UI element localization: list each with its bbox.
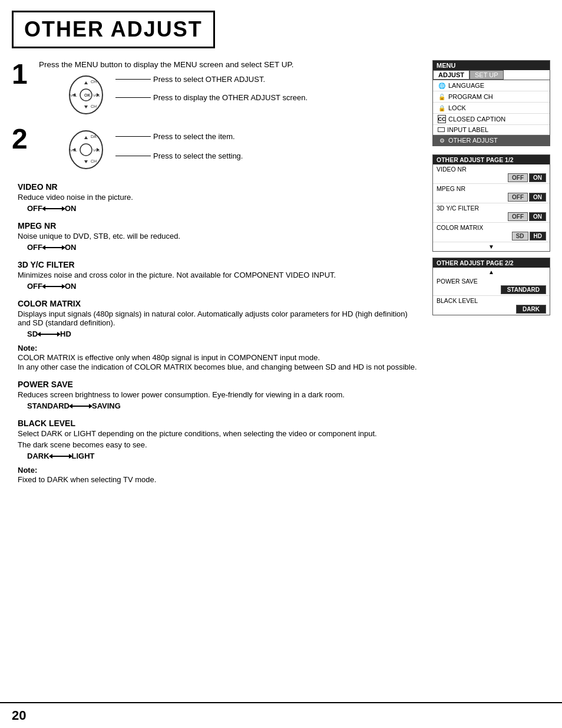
menu-item-language-label: LANGUAGE bbox=[448, 82, 484, 89]
menu-item-program-ch-label: PROGRAM CH bbox=[448, 93, 493, 100]
step-2-number: 2 bbox=[12, 125, 33, 153]
oa-mpeg-nr-btns: OFF ON bbox=[437, 193, 546, 202]
menu-item-lock-label: LOCK bbox=[448, 104, 466, 111]
color-matrix-note: Note: COLOR MATRIX is effective only whe… bbox=[18, 343, 421, 371]
power-save-arrow bbox=[72, 406, 90, 407]
power-save-desc: Reduces screen brightness to lower power… bbox=[18, 390, 421, 399]
svg-marker-18 bbox=[84, 160, 88, 163]
gear-icon: ⚙ bbox=[438, 136, 446, 144]
video-nr-arrow bbox=[45, 208, 62, 209]
oa-mpeg-nr-label: MPEG NR bbox=[437, 185, 546, 192]
connector-line-2 bbox=[115, 97, 151, 98]
page-footer: 20 bbox=[0, 702, 562, 728]
mpeg-nr-heading: MPEG NR bbox=[18, 221, 421, 230]
color-matrix-desc: Displays input signals (480p signals) in… bbox=[18, 309, 421, 327]
svg-text:OK: OK bbox=[84, 93, 91, 97]
svg-text:CH: CH bbox=[91, 159, 97, 163]
step-2-remote-area: DA VOL VOL CH bbox=[62, 127, 427, 172]
menu-item-closed-caption-label: CLOSED CAPTION bbox=[448, 116, 505, 123]
power-save-setting: STANDARD SAVING bbox=[27, 401, 421, 410]
oa-power-save-standard[interactable]: STANDARD bbox=[501, 285, 546, 294]
left-column: 1 Press the MENU button to display the M… bbox=[12, 60, 427, 484]
menu-item-lock: 🔒 LOCK bbox=[433, 103, 550, 114]
oa-video-nr-off[interactable]: OFF bbox=[508, 173, 528, 182]
menu-item-closed-caption: CC CLOSED CAPTION bbox=[433, 114, 550, 125]
svg-text:DA: DA bbox=[91, 134, 97, 139]
oa-row-mpeg-nr: MPEG NR OFF ON bbox=[433, 184, 550, 203]
3d-yc-filter-setting: OFF ON bbox=[27, 282, 421, 291]
black-level-note-label: Note: bbox=[18, 466, 37, 475]
rectangle-icon bbox=[438, 127, 445, 132]
oa-panel-1-arrow-down: ▼ bbox=[433, 242, 550, 251]
tab-setup[interactable]: SET UP bbox=[470, 70, 504, 80]
oa-black-level-btns: DARK bbox=[437, 305, 546, 314]
oa-color-matrix-sd[interactable]: SD bbox=[512, 232, 528, 241]
remote-graphic-2: DA VOL VOL CH bbox=[62, 127, 110, 172]
black-level-desc2: The dark scene becomes easy to see. bbox=[18, 440, 421, 449]
connector-line-4 bbox=[115, 156, 151, 156]
remote-graphic-1: CH OK VOL VOL CH bbox=[62, 73, 110, 117]
oa-row-video-nr: VIDEO NR OFF ON bbox=[433, 164, 550, 184]
step-1-label-1: Press to select OTHER ADJUST. bbox=[115, 75, 308, 84]
3d-yc-filter-heading: 3D Y/C FILTER bbox=[18, 260, 421, 269]
svg-text:CH: CH bbox=[91, 80, 97, 84]
oa-panel-2-arrow-up: ▲ bbox=[433, 268, 550, 276]
step-1-row: 1 Press the MENU button to display the M… bbox=[12, 60, 427, 119]
menu-item-other-adjust: ⚙ OTHER ADJUST bbox=[433, 135, 550, 146]
video-nr-heading: VIDEO NR bbox=[18, 182, 421, 192]
oa-3d-yc-off[interactable]: OFF bbox=[508, 212, 528, 221]
oa-row-power-save: POWER SAVE STANDARD bbox=[433, 276, 550, 296]
oa-3d-yc-btns: OFF ON bbox=[437, 212, 546, 221]
svg-text:CH: CH bbox=[91, 104, 97, 108]
video-nr-setting: OFF ON bbox=[27, 204, 421, 213]
oa-3d-yc-on[interactable]: ON bbox=[529, 212, 546, 221]
oa-mpeg-nr-off[interactable]: OFF bbox=[508, 193, 528, 202]
oa-video-nr-on[interactable]: ON bbox=[529, 173, 546, 182]
power-save-heading: POWER SAVE bbox=[18, 380, 421, 389]
color-matrix-setting: SD HD bbox=[27, 330, 421, 338]
oa-3d-yc-label: 3D Y/C FILTER bbox=[437, 205, 546, 212]
cc-icon: CC bbox=[438, 115, 446, 123]
menu-item-language: 🌐 LANGUAGE bbox=[433, 80, 550, 91]
svg-point-13 bbox=[80, 144, 92, 156]
color-matrix-arrow bbox=[40, 334, 58, 335]
step-1-content: Press the MENU button to display the MEN… bbox=[39, 60, 427, 119]
menu-tabs: ADJUST SET UP bbox=[433, 70, 550, 80]
sections-area: VIDEO NR Reduce video noise in the pictu… bbox=[12, 182, 427, 484]
step-1-number: 1 bbox=[12, 60, 33, 88]
right-column: MENU ADJUST SET UP 🌐 LANGUAGE 🔓 PROGRAM … bbox=[432, 60, 550, 484]
oa-black-level-label: BLACK LEVEL bbox=[437, 297, 546, 304]
oa-color-matrix-hd[interactable]: HD bbox=[530, 232, 546, 241]
svg-marker-7 bbox=[84, 81, 88, 84]
step-1-label-2: Press to display the OTHER ADJUST screen… bbox=[115, 93, 308, 102]
black-level-arrow bbox=[52, 456, 70, 457]
oa-row-color-matrix: COLOR MATRIX SD HD bbox=[433, 223, 550, 242]
oa-mpeg-nr-on[interactable]: ON bbox=[529, 193, 546, 202]
step-2-row: 2 DA VOL VOL CH bbox=[12, 125, 427, 174]
menu-item-input-label-label: INPUT LABEL bbox=[447, 126, 488, 133]
step-1-remote-area: CH OK VOL VOL CH bbox=[62, 73, 427, 117]
mpeg-nr-arrow bbox=[45, 247, 62, 248]
svg-marker-8 bbox=[84, 106, 88, 108]
oa-row-black-level: BLACK LEVEL DARK bbox=[433, 296, 550, 315]
step-1-labels: Press to select OTHER ADJUST. Press to d… bbox=[115, 73, 308, 102]
black-level-setting: DARK LIGHT bbox=[27, 452, 421, 460]
page-number: 20 bbox=[12, 708, 26, 723]
oa-panel-1: OTHER ADJUST PAGE 1/2 VIDEO NR OFF ON MP… bbox=[432, 154, 550, 252]
black-level-note: Note: Fixed to DARK when selecting TV mo… bbox=[18, 465, 421, 484]
step-2-content: DA VOL VOL CH bbox=[39, 125, 427, 174]
oa-row-3d-yc: 3D Y/C FILTER OFF ON bbox=[433, 203, 550, 223]
oa-video-nr-btns: OFF ON bbox=[437, 173, 546, 182]
color-matrix-note-label: Note: bbox=[18, 344, 37, 353]
oa-black-level-dark[interactable]: DARK bbox=[516, 305, 546, 314]
color-matrix-heading: COLOR MATRIX bbox=[18, 299, 421, 308]
3d-yc-filter-arrow bbox=[45, 286, 62, 287]
color-matrix-note-line2: In any other case the indication of COLO… bbox=[18, 363, 417, 371]
lock-open-icon: 🔓 bbox=[438, 93, 446, 101]
color-matrix-note-line1: COLOR MATRIX is effective only when 480p… bbox=[18, 353, 320, 362]
tab-adjust[interactable]: ADJUST bbox=[433, 70, 470, 80]
oa-panel-1-header: OTHER ADJUST PAGE 1/2 bbox=[433, 155, 550, 164]
black-level-heading: BLACK LEVEL bbox=[18, 419, 421, 428]
oa-panel-2-header: OTHER ADJUST PAGE 2/2 bbox=[433, 258, 550, 268]
globe-icon: 🌐 bbox=[438, 81, 446, 90]
